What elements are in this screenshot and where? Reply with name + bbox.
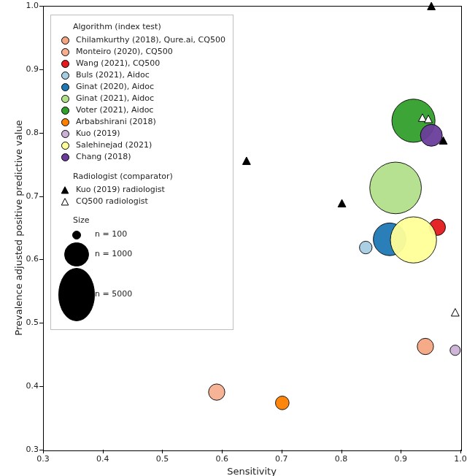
legend-item: Chilamkurthy (2018), Qure.ai, CQ500 <box>58 35 225 47</box>
bubble-point <box>417 338 433 354</box>
legend-size-swatch <box>58 242 95 267</box>
legend-swatch-circle <box>58 82 72 93</box>
x-tick <box>341 450 342 453</box>
legend-size-label: n = 1000 <box>95 248 132 261</box>
legend-label: Buls (2021), Aidoc <box>76 69 150 82</box>
x-tick <box>460 450 461 453</box>
x-tick-label: 0.3 <box>28 454 58 464</box>
legend-item: Salehinejad (2021) <box>58 140 225 152</box>
bubble-point <box>450 345 460 356</box>
legend-item: Chang (2018) <box>58 152 225 164</box>
legend-label: Ginat (2020), Aidoc <box>76 81 154 93</box>
y-tick <box>39 450 43 450</box>
legend-label: Voter (2021), Aidoc <box>76 104 153 117</box>
x-tick-label: 0.5 <box>147 454 177 464</box>
legend-size-label: n = 100 <box>95 229 127 241</box>
y-tick-label: 0.5 <box>2 318 39 327</box>
legend-item: Wang (2021), CQ500 <box>58 58 225 70</box>
legend-label: Kuo (2019) radiologist <box>76 184 165 196</box>
legend-swatch-circle <box>58 36 72 46</box>
legend-size-swatch <box>58 231 95 239</box>
triangle-point <box>428 2 436 9</box>
legend-item: CQ500 radiologist <box>58 196 225 207</box>
x-axis-label: Sensitivity <box>43 466 460 476</box>
legend-item: Kuo (2019) <box>58 128 225 140</box>
y-tick-label: 0.4 <box>2 381 39 391</box>
y-tick <box>39 196 43 197</box>
legend-label: Chilamkurthy (2018), Qure.ai, CQ500 <box>76 34 225 47</box>
legend-label: Arbabshirani (2018) <box>76 116 156 128</box>
legend-item: Kuo (2019) radiologist <box>58 184 225 196</box>
legend-item: Ginat (2021), Aidoc <box>58 93 225 105</box>
legend-swatch-circle <box>58 129 72 139</box>
x-tick <box>103 450 104 453</box>
x-tick <box>282 450 282 453</box>
legend-size-item: n = 100 <box>58 229 225 242</box>
bubble-point <box>360 241 372 253</box>
legend-swatch-circle <box>58 94 72 104</box>
legend-label: Monteiro (2020), CQ500 <box>76 46 173 58</box>
y-tick-label: 0.6 <box>2 254 39 264</box>
x-tick <box>43 450 44 453</box>
legend-label: Ginat (2021), Aidoc <box>76 93 154 105</box>
legend-swatch-circle <box>58 141 72 151</box>
x-tick <box>401 450 401 453</box>
x-tick-label: 0.7 <box>267 454 296 464</box>
legend-item: Monteiro (2020), CQ500 <box>58 47 225 58</box>
legend-label: Kuo (2019) <box>76 128 120 140</box>
x-tick-label: 1.0 <box>446 454 467 464</box>
legend-swatch-circle <box>58 71 72 81</box>
legend-swatch-circle <box>58 106 72 116</box>
legend-swatch-circle <box>58 118 72 128</box>
y-tick <box>39 386 43 387</box>
x-tick <box>162 450 163 453</box>
legend-size-item: n = 1000 <box>58 242 225 268</box>
x-tick <box>222 450 223 453</box>
legend: Algorithm (index test) Chilamkurthy (201… <box>50 15 234 330</box>
y-tick-label: 0.8 <box>2 128 39 137</box>
x-tick-label: 0.4 <box>88 454 117 464</box>
y-tick <box>39 133 43 134</box>
bubble-point <box>370 162 422 214</box>
legend-size-item: n = 5000 <box>58 267 225 322</box>
legend-swatch-circle <box>58 47 72 58</box>
legend-item: Buls (2021), Aidoc <box>58 70 225 82</box>
legend-label: Salehinejad (2021) <box>76 139 152 152</box>
legend-item: Voter (2021), Aidoc <box>58 105 225 117</box>
legend-swatch-triangle <box>58 185 72 195</box>
bubble-point <box>390 217 436 263</box>
y-tick <box>39 6 43 7</box>
legend-label: Wang (2021), CQ500 <box>76 58 160 70</box>
x-tick-label: 0.6 <box>207 454 236 464</box>
legend-size-label: n = 5000 <box>95 288 132 301</box>
legend-label: Chang (2018) <box>76 151 131 164</box>
bubble-point <box>276 396 290 410</box>
triangle-point <box>451 309 459 316</box>
triangle-point <box>242 157 250 164</box>
y-tick-label: 1.0 <box>2 1 39 10</box>
legend-title-algorithm: Algorithm (index test) <box>73 21 225 34</box>
y-tick-label: 0.7 <box>2 191 39 201</box>
y-tick-label: 0.3 <box>2 445 39 454</box>
legend-title-size: Size <box>73 215 225 227</box>
y-tick <box>39 69 43 70</box>
legend-item: Ginat (2020), Aidoc <box>58 82 225 93</box>
bubble-point <box>420 124 442 146</box>
legend-swatch-circle <box>58 153 72 163</box>
legend-title-radiologist: Radiologist (comparator) <box>73 171 225 183</box>
legend-swatch-triangle <box>58 196 72 207</box>
x-tick-label: 0.8 <box>327 454 356 464</box>
x-tick-label: 0.9 <box>386 454 415 464</box>
legend-item: Arbabshirani (2018) <box>58 117 225 128</box>
triangle-point <box>338 199 346 207</box>
legend-swatch-circle <box>58 59 72 69</box>
y-tick-label: 0.9 <box>2 64 39 74</box>
y-tick <box>39 259 43 260</box>
legend-size-swatch <box>58 268 95 321</box>
legend-label: CQ500 radiologist <box>76 196 148 208</box>
figure: Sensitivity Prevalence adjusted positive… <box>0 0 467 476</box>
y-tick <box>39 323 43 323</box>
bubble-point <box>209 384 225 400</box>
